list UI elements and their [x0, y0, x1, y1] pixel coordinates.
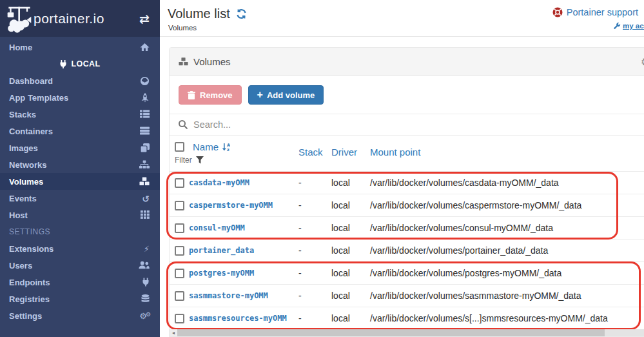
toolbar: Remove + Add volume [170, 76, 644, 114]
volumes-panel: Volumes ⚙ Remove + Add volume Name Az Fi… [169, 47, 644, 337]
select-all-checkbox[interactable] [175, 142, 184, 152]
cubes-icon [179, 57, 188, 66]
grid-icon [139, 210, 150, 220]
page-title: Volume list [168, 6, 230, 21]
breadcrumb: Volumes [168, 24, 197, 32]
table-row: sasmmastore-myOMM - local /var/lib/docke… [170, 284, 644, 307]
rocket-icon [139, 93, 150, 103]
table-header: Name Az Filter Stack Driver Mount point [170, 136, 644, 171]
add-volume-button[interactable]: + Add volume [248, 85, 324, 105]
volume-name-link[interactable]: sasmmsresources-myOMM [189, 314, 298, 323]
sidebar-item-host[interactable]: Host [0, 207, 160, 223]
row-checkbox[interactable] [175, 246, 184, 256]
dashboard-icon [139, 76, 150, 86]
sidebar-nav: Home LOCAL Dashboard App Templates [0, 37, 160, 324]
search-input[interactable] [193, 119, 639, 130]
bolt-icon: ⚡ [139, 244, 150, 254]
horizontal-scrollbar: ◂ [170, 329, 644, 336]
column-header-name[interactable]: Name [193, 141, 219, 152]
cubes-icon [139, 177, 150, 187]
scrollbar-thumb[interactable] [177, 329, 605, 336]
users-icon [139, 261, 150, 271]
database-icon [139, 294, 150, 304]
volume-name-link[interactable]: casdata-myOMM [189, 178, 298, 187]
my-account-link[interactable]: my acc [614, 22, 644, 30]
plug-icon [139, 278, 150, 287]
volume-name-link[interactable]: sasmmastore-myOMM [189, 291, 298, 300]
filter-funnel-icon[interactable] [196, 156, 204, 164]
refresh-icon[interactable] [236, 8, 247, 19]
list-icon [139, 110, 150, 119]
sidebar-item-stacks[interactable]: Stacks [0, 106, 160, 123]
portainer-support-link[interactable]: Portainer support [552, 7, 638, 17]
column-header-driver[interactable]: Driver [331, 147, 357, 158]
scroll-left-arrow[interactable]: ◂ [170, 329, 177, 336]
panel-title: Volumes [193, 56, 231, 67]
row-checkbox[interactable] [175, 223, 184, 233]
logo-band: portainer.io ⇄ [0, 0, 160, 37]
volume-name-link[interactable]: consul-myOMM [189, 223, 298, 232]
history-icon: ↺ [139, 194, 150, 203]
scrollbar-track[interactable] [605, 329, 644, 336]
svg-text:z: z [227, 147, 229, 152]
home-icon [139, 43, 150, 52]
sidebar-item-dashboard[interactable]: Dashboard [0, 72, 160, 89]
sidebar-item-events[interactable]: Events ↺ [0, 190, 160, 207]
server-icon [139, 127, 150, 136]
life-ring-icon [552, 7, 563, 17]
filter-label: Filter [175, 156, 192, 165]
table-row: casdata-myOMM - local /var/lib/docker/vo… [170, 171, 644, 194]
page-header: Volume list Volumes Portainer support my… [160, 0, 644, 37]
row-checkbox[interactable] [175, 201, 184, 210]
table-row: postgres-myOMM - local /var/lib/docker/v… [170, 261, 644, 284]
panel-settings-gear-icon[interactable]: ⚙ [641, 56, 644, 68]
volume-name-link[interactable]: postgres-myOMM [189, 269, 298, 278]
table-row: caspermstore-myOMM - local /var/lib/dock… [170, 194, 644, 216]
sidebar-item-home[interactable]: Home [0, 39, 160, 56]
table-row: sasmmsresources-myOMM - local /var/lib/d… [170, 307, 644, 329]
sidebar-item-settings[interactable]: Settings ⚙⚙ [0, 307, 160, 324]
search-bar [170, 114, 644, 136]
search-icon [179, 120, 188, 129]
sidebar-item-volumes[interactable]: Volumes [0, 173, 160, 190]
sidebar-endpoint-local[interactable]: LOCAL [0, 56, 160, 72]
sidebar-item-users[interactable]: Users [0, 257, 160, 274]
volume-name-link[interactable]: portainer_data [189, 246, 298, 255]
clone-icon [139, 143, 150, 153]
plus-icon: + [257, 89, 263, 101]
panel-header: Volumes ⚙ [170, 48, 644, 76]
logo-text: portainer.io [34, 11, 139, 26]
row-checkbox[interactable] [175, 291, 184, 301]
sidebar-collapse-icon[interactable]: ⇄ [139, 12, 150, 26]
trash-icon [188, 91, 195, 99]
portainer-whale-icon [6, 5, 32, 33]
plug-icon [59, 60, 67, 68]
row-checkbox[interactable] [175, 314, 184, 323]
row-checkbox[interactable] [175, 269, 184, 278]
remove-button[interactable]: Remove [179, 85, 242, 105]
sidebar-item-app-templates[interactable]: App Templates [0, 89, 160, 106]
sort-alpha-icon[interactable]: Az [222, 143, 230, 152]
sidebar-item-registries[interactable]: Registries [0, 291, 160, 307]
table-row: portainer_data - local /var/lib/docker/v… [170, 239, 644, 261]
wrench-icon [614, 23, 621, 30]
sidebar-item-networks[interactable]: Networks [0, 156, 160, 173]
row-checkbox[interactable] [175, 178, 184, 188]
sidebar-item-images[interactable]: Images [0, 139, 160, 156]
sidebar-item-extensions[interactable]: Extensions ⚡ [0, 240, 160, 257]
sidebar-item-endpoints[interactable]: Endpoints [0, 274, 160, 291]
table-row: consul-myOMM - local /var/lib/docker/vol… [170, 216, 644, 239]
column-header-mount[interactable]: Mount point [370, 147, 420, 158]
volume-name-link[interactable]: caspermstore-myOMM [189, 201, 298, 210]
gears-icon: ⚙⚙ [139, 311, 150, 321]
column-header-stack[interactable]: Stack [298, 147, 323, 158]
sidebar-item-containers[interactable]: Containers [0, 123, 160, 139]
sitemap-icon [139, 160, 150, 170]
sidebar: portainer.io ⇄ Home LOCAL Dashboard App [0, 0, 160, 337]
sidebar-section-settings: SETTINGS [0, 223, 160, 240]
